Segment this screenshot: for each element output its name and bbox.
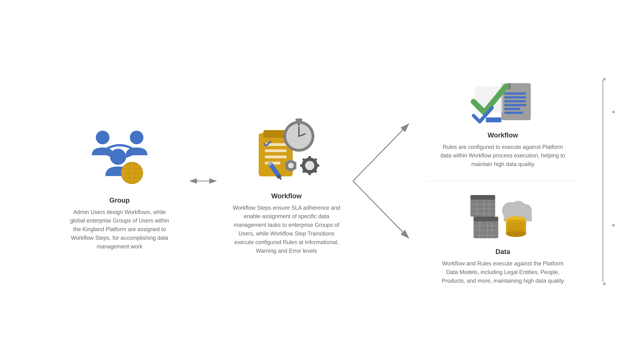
svg-rect-25 [296, 119, 302, 121]
svg-point-30 [305, 161, 314, 170]
bracket-arrow-bottom: ◄ [601, 281, 608, 286]
svg-point-2 [110, 149, 126, 165]
bidirectional-arrow-1 [188, 176, 218, 186]
group-icon-area [82, 111, 157, 191]
center-right-arrows [350, 96, 418, 266]
svg-rect-58 [504, 108, 520, 110]
svg-rect-57 [504, 104, 526, 106]
bracket-arrow-top: ◄ [601, 76, 608, 81]
svg-rect-55 [504, 96, 526, 98]
svg-line-50 [353, 181, 408, 238]
svg-point-1 [130, 131, 144, 144]
workflow-right-icon [470, 77, 535, 126]
svg-rect-44 [290, 169, 292, 172]
svg-point-40 [288, 163, 294, 168]
svg-point-0 [96, 131, 110, 144]
bracket-line [602, 80, 603, 282]
diagram-container: Group Admin Users design Workflows, whil… [0, 0, 644, 362]
workflow-center-desc: Workflow Steps ensure SLA adherence and … [232, 203, 340, 255]
svg-rect-59 [504, 112, 523, 114]
svg-rect-31 [308, 156, 311, 159]
svg-rect-54 [504, 92, 526, 95]
arrow-group-workflow [183, 176, 223, 186]
workflow-right-label: Workflow [488, 131, 518, 139]
svg-rect-64 [470, 199, 495, 199]
group-column: Group Admin Users design Workflows, whil… [56, 111, 183, 251]
svg-rect-33 [316, 164, 319, 167]
workflow-right-section: Workflow Rules are configured to execute… [418, 68, 588, 181]
svg-rect-16 [265, 149, 286, 152]
bracket-to-data-arrow: ◄ [610, 222, 616, 228]
group-desc: Admin Users design Workflows, while glob… [66, 208, 174, 251]
workflow-right-desc: Rules are configured to execute against … [440, 143, 566, 169]
workflow-center-icon [250, 110, 324, 184]
svg-rect-17 [265, 156, 286, 158]
svg-rect-56 [504, 100, 526, 102]
group-icon [86, 117, 154, 185]
svg-rect-35 [308, 172, 311, 175]
bracket-to-workflow-arrow: ◄ [610, 109, 616, 115]
svg-line-49 [353, 124, 408, 181]
workflow-center-label: Workflow [271, 192, 302, 200]
svg-point-28 [298, 124, 300, 126]
data-right-label: Data [496, 248, 510, 256]
workflow-center-icon-area [250, 107, 324, 187]
svg-rect-61 [486, 117, 501, 122]
data-right-section: Data Workflow and Rules execute against … [418, 181, 588, 294]
svg-rect-41 [290, 159, 292, 162]
svg-rect-89 [508, 220, 524, 232]
group-label: Group [110, 196, 130, 204]
workflow-center-column: Workflow Workflow Steps ensure SLA adher… [223, 107, 350, 255]
data-right-desc: Workflow and Rules execute against the P… [440, 259, 566, 285]
data-right-icon [469, 193, 537, 243]
svg-rect-73 [474, 220, 498, 221]
svg-rect-37 [300, 164, 303, 167]
